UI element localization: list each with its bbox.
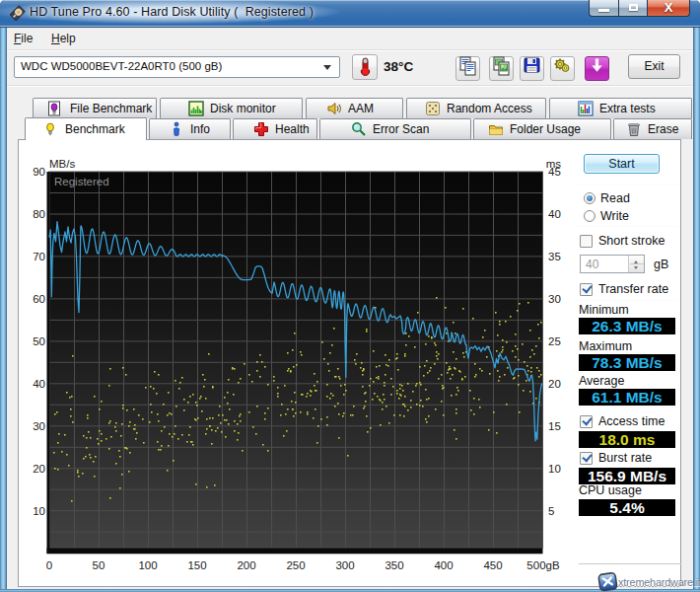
- svg-text:350: 350: [385, 559, 403, 571]
- svg-text:0: 0: [46, 559, 52, 571]
- svg-text:5: 5: [548, 505, 554, 517]
- svg-text:400: 400: [434, 559, 453, 571]
- svg-text:500gB: 500gB: [526, 559, 560, 571]
- svg-text:10: 10: [548, 463, 561, 475]
- svg-text:300: 300: [335, 559, 354, 571]
- svg-text:60: 60: [33, 293, 45, 305]
- svg-text:20: 20: [548, 378, 561, 390]
- svg-text:30: 30: [33, 420, 45, 432]
- svg-text:150: 150: [187, 559, 206, 571]
- svg-text:250: 250: [286, 559, 305, 571]
- svg-text:15: 15: [548, 420, 561, 432]
- svg-text:70: 70: [33, 251, 45, 262]
- svg-text:30: 30: [548, 293, 561, 305]
- svg-text:80: 80: [33, 208, 45, 220]
- svg-text:450: 450: [483, 559, 502, 571]
- svg-text:25: 25: [548, 335, 561, 347]
- svg-text:20: 20: [33, 463, 45, 475]
- svg-text:xtremehardware.it: xtremehardware.it: [618, 576, 700, 588]
- svg-text:40: 40: [33, 378, 45, 390]
- svg-text:100: 100: [138, 559, 157, 571]
- svg-text:35: 35: [548, 251, 561, 262]
- svg-text:50: 50: [33, 335, 45, 347]
- svg-text:40: 40: [548, 208, 561, 220]
- svg-text:45: 45: [548, 166, 561, 178]
- svg-text:Registered: Registered: [54, 176, 109, 187]
- svg-text:90: 90: [33, 166, 45, 178]
- svg-text:10: 10: [33, 505, 45, 517]
- svg-text:200: 200: [237, 559, 255, 571]
- svg-text:50: 50: [93, 559, 105, 571]
- svg-text:MB/s: MB/s: [49, 158, 75, 170]
